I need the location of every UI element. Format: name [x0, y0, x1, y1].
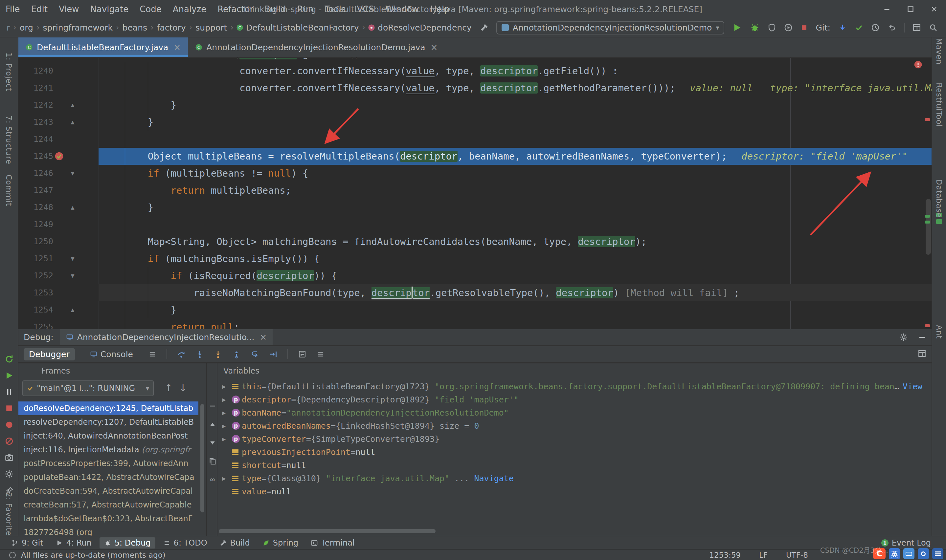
frame-row[interactable]: createBean:517, AbstractAutowireCapable [18, 498, 199, 512]
git-commit-button[interactable] [855, 23, 863, 32]
build-button[interactable] [480, 23, 488, 32]
fold-marker-icon[interactable]: ▴ [68, 114, 77, 131]
breadcrumb-item[interactable]: springframework [43, 23, 112, 32]
expand-arrow-icon[interactable]: ▶ [222, 396, 232, 403]
editor-scrollbar[interactable] [926, 199, 931, 255]
code-line-1240[interactable]: 1240converter.convertIfNecessary(value, … [18, 62, 932, 80]
maximize-button[interactable] [899, 0, 922, 18]
toolwindow-button-run[interactable]: 4: Run [51, 537, 96, 549]
fold-marker-icon[interactable]: ▾ [68, 165, 77, 182]
tab-debugger[interactable]: Debugger [24, 348, 75, 360]
frame-row[interactable]: doCreateBean:594, AbstractAutowireCapal [18, 484, 199, 498]
code-line-1250[interactable]: 1250Map<String, Object> matchingBeans = … [18, 233, 932, 250]
menu-item-navigate[interactable]: Navigate [85, 0, 134, 18]
git-update-button[interactable] [838, 23, 847, 32]
play-button[interactable] [5, 371, 14, 380]
breadcrumb-method[interactable]: doResolveDependency [378, 23, 472, 32]
camera-button[interactable] [5, 453, 14, 462]
variable-row[interactable]: ▶pautowiredBeanNames = {LinkedHashSet@18… [217, 419, 932, 432]
inspection-error-indicator[interactable] [914, 60, 922, 69]
breadcrumb-item[interactable]: support [196, 23, 227, 32]
menu-item-file[interactable]: File [0, 0, 26, 18]
git-history-button[interactable] [871, 23, 880, 32]
breadcrumb-item[interactable]: factory [157, 23, 186, 32]
error-stripe-mark[interactable] [925, 324, 930, 327]
toolbar-menu-icon[interactable] [148, 350, 157, 358]
sidebar-item-structure[interactable]: 7: Structure [5, 115, 13, 165]
dropframe-button[interactable] [251, 350, 259, 358]
line-number[interactable]: 1248 [18, 199, 53, 216]
encoding-widget[interactable]: UTF-8 [786, 551, 808, 559]
variable-row[interactable]: previousInjectionPoint = null [217, 445, 932, 458]
sidebar-item-ant[interactable]: Ant [935, 325, 943, 339]
evaluate-expression-button[interactable] [298, 350, 307, 358]
sidebar-item-restfultool[interactable]: RestfulTool [935, 83, 943, 127]
line-ending-widget[interactable]: LF [759, 551, 768, 559]
thread-selector[interactable]: "main"@1 i...": RUNNING ▾ [22, 380, 154, 396]
frames-scrollbar[interactable] [200, 404, 204, 512]
variable-row[interactable]: ▶type = {Class@310} "interface java.util… [217, 472, 932, 485]
stop-button[interactable] [801, 24, 808, 31]
code-editor[interactable]: return (descriptor.getField() != null ?1… [18, 58, 932, 329]
menu-item-view[interactable]: View [53, 0, 85, 18]
code-line-1255[interactable]: 1255return null; [18, 318, 932, 329]
ime-keyboard-icon[interactable] [903, 548, 914, 559]
sidebar-item-project[interactable]: 1: Project [5, 52, 13, 91]
expand-arrow-icon[interactable]: ▶ [222, 435, 232, 443]
debug-button[interactable] [750, 23, 760, 32]
menu-item-analyze[interactable]: Analyze [167, 0, 212, 18]
menu-item-code[interactable]: Code [134, 0, 167, 18]
close-session-icon[interactable]: × [259, 332, 267, 342]
fold-marker-icon[interactable]: ▴ [68, 199, 77, 216]
line-number[interactable]: 1245 [18, 148, 53, 165]
caret-position-widget[interactable]: 1253:59 [709, 551, 741, 559]
expand-arrow-icon[interactable]: ▶ [222, 475, 232, 482]
code-line-clipped[interactable]: return (descriptor.getField() != null ? [18, 58, 932, 62]
line-number[interactable]: 1241 [18, 80, 53, 97]
editor-tab-1[interactable]: CAnnotationDependencyInjectionResolution… [188, 37, 445, 57]
tab-close-icon[interactable]: × [173, 42, 181, 52]
frame-up-button[interactable]: ↑ [163, 382, 173, 394]
breadcrumb-item[interactable]: org [20, 23, 33, 32]
info-stripe-mark[interactable] [925, 221, 930, 223]
line-number[interactable]: 1250 [18, 233, 53, 250]
tab-console[interactable]: Console [85, 348, 138, 360]
code-line-1245[interactable]: 1245Object multipleBeans = resolveMultip… [18, 148, 932, 165]
ime-menu-icon[interactable] [932, 548, 943, 559]
layout-icon[interactable] [918, 349, 926, 358]
tab-close-icon[interactable]: × [431, 42, 438, 52]
stepinto-button[interactable] [196, 350, 204, 358]
line-number[interactable]: 1249 [18, 216, 53, 233]
stop-button[interactable] [5, 404, 14, 413]
toolwindow-button-todo[interactable]: 6: TODO [159, 537, 212, 549]
coverage-button[interactable] [768, 23, 776, 32]
sidebar-item-favorites[interactable]: 2: Favorites [5, 492, 13, 540]
toolwindow-button-git[interactable]: 9: Git [6, 537, 48, 549]
frame-row[interactable]: resolveDependency:1207, DefaultListableB [18, 415, 199, 429]
debug-session-tab[interactable]: AnnotationDependencyInjectionResolutio..… [60, 329, 273, 345]
rerun-button[interactable] [5, 354, 14, 364]
variable-row[interactable]: ▶this = {DefaultListableBeanFactory@1723… [217, 380, 932, 393]
tridown-button[interactable] [209, 439, 216, 447]
run-button[interactable] [732, 23, 742, 32]
frame-row[interactable]: inject:640, AutowiredAnnotationBeanPost [18, 429, 199, 443]
variable-row[interactable]: value = null [217, 485, 932, 498]
code-line-1241[interactable]: 1241converter.convertIfNecessary(value, … [18, 80, 932, 97]
code-line-1254[interactable]: 1254▴} [18, 302, 932, 318]
sidebar-item-database[interactable]: Database [935, 179, 943, 218]
sidebar-item-maven[interactable]: Maven [935, 38, 943, 65]
diff-viewer-button[interactable] [912, 23, 921, 32]
frame-row[interactable]: lambda$doGetBean$0:323, AbstractBeanF [18, 512, 199, 526]
code-line-1251[interactable]: 1251▾if (matchingBeans.isEmpty()) { [18, 250, 932, 267]
minus-button[interactable] [209, 402, 216, 410]
line-number[interactable]: 1253 [18, 284, 53, 302]
fold-marker-icon[interactable]: ▴ [68, 97, 77, 114]
line-number[interactable]: 1252 [18, 267, 53, 284]
code-line-1252[interactable]: 1252▾if (isRequired(descriptor)) { [18, 267, 932, 284]
toolwindow-button-build[interactable]: Build [215, 537, 254, 549]
hide-panel-icon[interactable] [918, 333, 926, 342]
toolwindow-button-spring[interactable]: Spring [258, 537, 303, 549]
line-number[interactable]: 1240 [18, 62, 53, 80]
copy-button[interactable] [209, 457, 216, 465]
frame-row[interactable]: inject:116, InjectionMetadata (org.sprin… [18, 443, 199, 457]
